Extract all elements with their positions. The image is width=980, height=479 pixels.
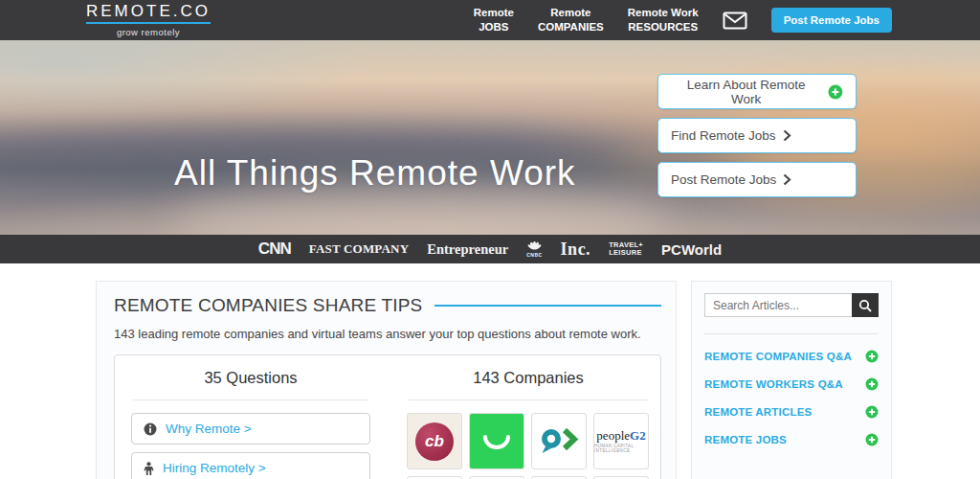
article-search [704, 293, 879, 317]
questions-column: 35 Questions Why Remote > Hiring Remotel… [125, 368, 388, 479]
questions-count-heading: 35 Questions [131, 368, 370, 387]
company-logo-peopleg2[interactable]: peopleG2 HUMAN CAPITAL INTELLIGENCE [593, 413, 649, 469]
press-logo-inc: Inc. [561, 240, 591, 260]
contact-mail-link[interactable] [723, 11, 747, 30]
info-icon [144, 422, 157, 436]
top-nav-links: Remote JOBS Remote COMPANIES Remote Work… [474, 6, 980, 34]
company-logo-cb[interactable]: cb [407, 413, 462, 469]
press-logo-cnbc: CNBC [526, 241, 542, 258]
divider [409, 399, 648, 400]
sidebar-link-remote-jobs[interactable]: REMOTE JOBS [704, 433, 879, 446]
plus-circle-icon [865, 433, 879, 446]
sidebar: REMOTE COMPANIES Q&A REMOTE WORKERS Q&A … [691, 281, 892, 479]
person-icon [144, 462, 154, 475]
press-logo-pcworld: PCWorld [661, 241, 722, 258]
hero-cta-group: Learn About Remote Work Find Remote Jobs… [657, 74, 857, 197]
divider [133, 399, 368, 400]
press-logo-entrepreneur: Entrepreneur [427, 241, 508, 258]
press-logo-travel-leisure: TRAVEL+ LEISURE [609, 241, 643, 258]
questions-companies-panel: 35 Questions Why Remote > Hiring Remotel… [114, 354, 661, 479]
find-remote-jobs-button[interactable]: Find Remote Jobs [657, 118, 857, 153]
company-logo-smile[interactable] [469, 413, 524, 469]
heading-rule [434, 305, 661, 307]
remote-companies-share-tips-card: REMOTE COMPANIES SHARE TIPS 143 leading … [96, 281, 677, 479]
nav-item-remote-work-resources[interactable]: Remote Work RESOURCES [628, 6, 699, 34]
section-heading-row: REMOTE COMPANIES SHARE TIPS [114, 295, 661, 316]
logo-tagline: grow remotely [86, 27, 211, 37]
company-logo-grid: cb peopleG2 HUMAN [407, 413, 649, 479]
sidebar-link-remote-companies-qa[interactable]: REMOTE COMPANIES Q&A [704, 350, 879, 363]
peacock-icon [527, 241, 542, 252]
search-button[interactable] [852, 293, 879, 317]
divider [704, 333, 879, 334]
plus-circle-icon [865, 405, 879, 419]
nav-item-remote-companies[interactable]: Remote COMPANIES [538, 6, 604, 34]
top-navigation-bar: REMOTE.CO grow remotely Remote JOBS Remo… [0, 0, 980, 40]
plus-circle-icon [865, 350, 879, 363]
search-icon [858, 299, 872, 312]
chevron-right-icon [783, 129, 791, 142]
sidebar-link-remote-articles[interactable]: REMOTE ARTICLES [704, 405, 879, 419]
sidebar-link-remote-workers-qa[interactable]: REMOTE WORKERS Q&A [704, 377, 879, 391]
press-logo-fast-company: FAST COMPANY [309, 241, 410, 257]
plus-circle-icon [828, 84, 843, 100]
press-logo-cnn: CNN [258, 240, 291, 259]
search-articles-input[interactable] [704, 293, 852, 317]
plus-circle-icon [865, 377, 879, 391]
section-heading: REMOTE COMPANIES SHARE TIPS [114, 295, 422, 316]
company-logo-chat-arrow[interactable] [531, 413, 587, 469]
remote-co-logo[interactable]: REMOTE.CO grow remotely [86, 3, 211, 37]
smile-icon [481, 434, 512, 449]
companies-count-heading: 143 Companies [407, 368, 650, 387]
chevron-right-icon [783, 173, 791, 186]
section-subtitle: 143 leading remote companies and virtual… [114, 327, 661, 341]
learn-about-remote-work-button[interactable]: Learn About Remote Work [657, 74, 857, 109]
post-remote-jobs-nav-button[interactable]: Post Remote Jobs [771, 8, 892, 33]
nav-item-remote-jobs[interactable]: Remote JOBS [474, 6, 514, 34]
envelope-icon [723, 11, 747, 30]
chat-bubble-arrow-icon [539, 428, 579, 455]
hero-title: All Things Remote Work [174, 153, 576, 194]
why-remote-button[interactable]: Why Remote > [131, 413, 370, 445]
press-logos-bar: CNN FAST COMPANY Entrepreneur CNBC Inc. … [0, 235, 980, 263]
cb-monogram-icon: cb [415, 422, 454, 461]
logo-title: REMOTE.CO [86, 3, 211, 24]
hiring-remotely-button[interactable]: Hiring Remotely > [131, 452, 370, 479]
post-remote-jobs-hero-button[interactable]: Post Remote Jobs [657, 162, 857, 197]
hero-banner: All Things Remote Work Learn About Remot… [0, 40, 980, 235]
companies-column: 143 Companies cb [388, 368, 650, 479]
